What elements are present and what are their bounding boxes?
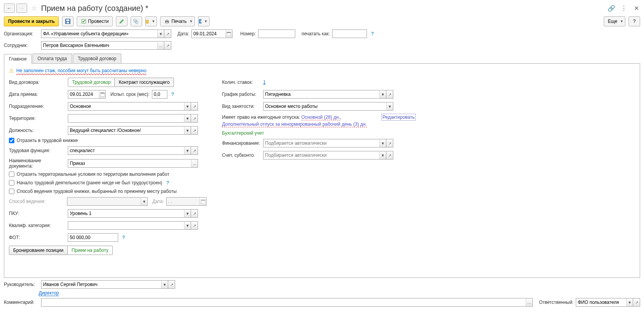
qual-open[interactable]: ↗: [191, 221, 198, 230]
probation-input[interactable]: [152, 90, 167, 99]
employee-select[interactable]: …: [157, 41, 164, 50]
position-input[interactable]: [68, 126, 184, 135]
docname-input[interactable]: [68, 159, 191, 168]
schedule-open[interactable]: ↗: [386, 90, 393, 99]
favorite-star-icon[interactable]: ☆: [31, 4, 37, 12]
date-input[interactable]: [191, 29, 226, 38]
schedule-input[interactable]: [263, 90, 379, 99]
qual-input[interactable]: [68, 221, 184, 230]
territory-dropdown[interactable]: ▼: [184, 114, 191, 123]
print-as-input[interactable]: [332, 29, 367, 38]
prev-method-checkbox[interactable]: [9, 189, 14, 194]
attach-button[interactable]: 📎: [131, 16, 142, 26]
save-button[interactable]: [62, 16, 74, 26]
post-button[interactable]: Провести: [77, 16, 113, 26]
method-date-input: [166, 197, 200, 206]
manager-open[interactable]: ↗: [168, 280, 175, 289]
date-calendar-button[interactable]: [226, 29, 232, 38]
employee-input[interactable]: [41, 41, 157, 50]
warning-link[interactable]: Не заполнен стаж, пособия могут быть рас…: [16, 68, 146, 73]
tab-contract[interactable]: Трудовой договор: [73, 54, 121, 63]
account-input[interactable]: [263, 151, 379, 160]
territory-input[interactable]: [68, 114, 184, 123]
forward-button[interactable]: →: [16, 3, 27, 13]
department-input[interactable]: [68, 102, 184, 111]
responsible-input[interactable]: [576, 298, 626, 307]
post-and-close-button[interactable]: Провести и закрыть: [4, 16, 59, 26]
hire-date-input[interactable]: [68, 90, 99, 99]
account-dropdown[interactable]: ▼: [379, 151, 386, 160]
financing-open[interactable]: ↗: [386, 139, 393, 147]
folder-icon: [146, 19, 149, 24]
vacation-extra-link[interactable]: Дополнительный отпуск за ненормированный…: [222, 121, 367, 127]
rate-link[interactable]: 1: [263, 80, 266, 85]
pku-dropdown[interactable]: ▼: [184, 209, 191, 218]
back-button[interactable]: ←: [4, 3, 15, 13]
manager-input[interactable]: [41, 280, 161, 289]
qual-dropdown[interactable]: ▼: [184, 221, 191, 230]
docname-select[interactable]: …: [191, 159, 198, 168]
print-as-hint[interactable]: ?: [369, 31, 375, 37]
position-label: Должность:: [9, 128, 65, 133]
employment-dropdown[interactable]: ▼: [386, 102, 393, 111]
print-button[interactable]: Печать ▼: [160, 16, 195, 26]
financing-dropdown[interactable]: ▼: [379, 139, 386, 147]
hire-button[interactable]: Прием на работу: [68, 246, 113, 255]
docname-label: Наименование документа:: [9, 158, 65, 169]
responsible-dropdown[interactable]: ▼: [626, 298, 633, 307]
post-icon: [81, 19, 86, 24]
fot-hint[interactable]: ?: [121, 234, 127, 241]
labor-function-open[interactable]: ↗: [191, 146, 198, 155]
kebab-menu-icon[interactable]: ⋮: [620, 4, 628, 12]
help-button[interactable]: ?: [629, 16, 640, 26]
fot-input[interactable]: [68, 233, 118, 242]
chevron-down-icon: ▼: [189, 19, 193, 23]
comment-select[interactable]: …: [526, 298, 533, 307]
labor-function-dropdown[interactable]: ▼: [184, 146, 191, 155]
contract-type-labor[interactable]: Трудовой договор: [68, 78, 115, 87]
booking-button[interactable]: Бронирование позиции: [9, 246, 68, 255]
window-title: Прием на работу (создание) *: [41, 4, 148, 13]
number-input[interactable]: [258, 29, 295, 38]
edit-vacation-link[interactable]: Редактировать: [381, 114, 416, 121]
org-dropdown[interactable]: ▼: [157, 29, 164, 38]
more-button[interactable]: Еще ▼: [604, 16, 625, 26]
position-dropdown[interactable]: ▼: [184, 126, 191, 135]
create-button[interactable]: [116, 16, 127, 26]
reflect-workbook-checkbox[interactable]: [9, 138, 14, 143]
vacation-main-link[interactable]: Основной (28) дн.: [301, 114, 340, 120]
related-button[interactable]: ▼: [145, 16, 157, 26]
account-open[interactable]: ↗: [386, 151, 393, 160]
responsible-open[interactable]: ↗: [633, 298, 640, 307]
territory-label: Территория:: [9, 116, 65, 121]
employment-input[interactable]: [263, 102, 386, 111]
svg-rect-1: [66, 19, 69, 21]
link-icon[interactable]: 🔗: [608, 4, 615, 12]
schedule-dropdown[interactable]: ▼: [379, 90, 386, 99]
employee-label: Сотрудник:: [4, 43, 39, 48]
department-dropdown[interactable]: ▼: [184, 102, 191, 111]
labor-function-input[interactable]: [68, 146, 184, 155]
org-open[interactable]: ↗: [164, 29, 171, 38]
hire-date-calendar[interactable]: [99, 90, 106, 99]
financing-input[interactable]: [263, 139, 379, 147]
territorial-checkbox[interactable]: [9, 172, 14, 177]
probation-hint[interactable]: ?: [170, 91, 176, 97]
pku-input[interactable]: [68, 209, 184, 218]
department-open[interactable]: ↗: [191, 102, 198, 111]
comment-input[interactable]: [41, 298, 526, 307]
manager-dropdown[interactable]: ▼: [161, 280, 168, 289]
tab-main[interactable]: Главное: [4, 54, 32, 64]
territory-open[interactable]: ↗: [191, 114, 198, 123]
first-job-checkbox[interactable]: [9, 180, 14, 186]
tab-payment[interactable]: Оплата труда: [33, 54, 72, 63]
position-open[interactable]: ↗: [191, 126, 198, 135]
export-button[interactable]: ▼: [198, 16, 210, 26]
pku-open[interactable]: ↗: [191, 209, 198, 218]
contract-type-gov[interactable]: Контракт госслужащего: [115, 78, 174, 87]
close-icon[interactable]: ✕: [632, 4, 640, 12]
first-job-hint[interactable]: ?: [165, 180, 171, 186]
org-input[interactable]: [41, 29, 157, 38]
employee-open[interactable]: ↗: [164, 41, 171, 50]
manager-position-link[interactable]: Директор: [39, 290, 59, 296]
